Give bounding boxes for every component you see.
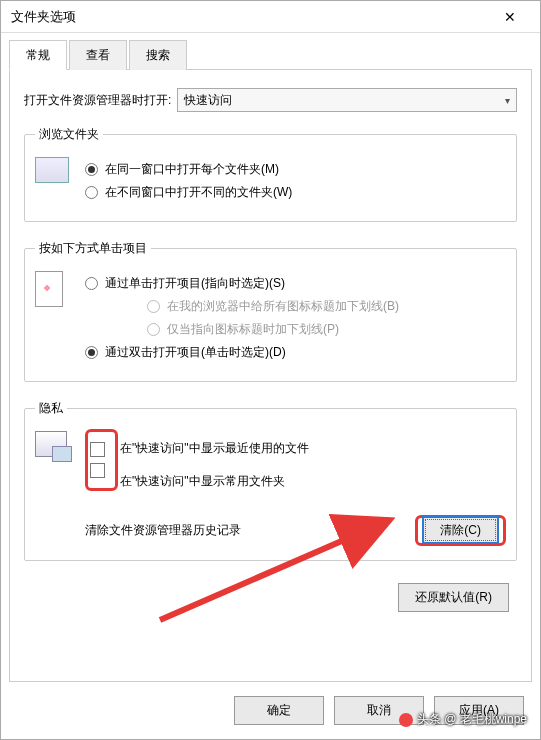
radio-icon xyxy=(85,346,98,359)
checkbox-recent-files[interactable] xyxy=(90,442,105,457)
radio-label: 在同一窗口中打开每个文件夹(M) xyxy=(105,161,279,178)
disk-icon xyxy=(35,429,77,546)
close-button[interactable]: ✕ xyxy=(490,3,530,31)
recent-files-label: 在"快速访问"中显示最近使用的文件 xyxy=(120,440,309,457)
open-with-row: 打开文件资源管理器时打开: 快速访问 ▾ xyxy=(24,88,517,112)
open-with-value: 快速访问 xyxy=(184,92,505,109)
radio-label: 在我的浏览器中给所有图标标题加下划线(B) xyxy=(167,298,399,315)
click-items-group: 按如下方式单击项目 通过单击打开项目(指向时选定)(S) 在我的浏览器中给所有图… xyxy=(24,240,517,382)
privacy-group: 隐私 xyxy=(24,400,517,561)
tab-general[interactable]: 常规 xyxy=(9,40,67,70)
ok-button[interactable]: 确定 xyxy=(234,696,324,725)
click-legend: 按如下方式单击项目 xyxy=(35,240,151,257)
clear-button[interactable]: 清除(C) xyxy=(422,516,499,544)
highlight-box xyxy=(85,429,118,491)
radio-same-window[interactable]: 在同一窗口中打开每个文件夹(M) xyxy=(85,161,506,178)
radio-double-click[interactable]: 通过双击打开项目(单击时选定)(D) xyxy=(85,344,506,361)
radio-icon xyxy=(85,186,98,199)
close-icon: ✕ xyxy=(504,9,516,25)
radio-icon xyxy=(85,163,98,176)
frequent-folders-label: 在"快速访问"中显示常用文件夹 xyxy=(120,473,285,490)
tab-search[interactable]: 搜索 xyxy=(129,40,187,70)
watermark-icon xyxy=(399,713,413,727)
tab-view[interactable]: 查看 xyxy=(69,40,127,70)
tab-strip: 常规 查看 搜索 xyxy=(9,39,532,70)
radio-label: 在不同窗口中打开不同的文件夹(W) xyxy=(105,184,292,201)
radio-underline-point: 仅当指向图标标题时加下划线(P) xyxy=(147,321,506,338)
titlebar: 文件夹选项 ✕ xyxy=(1,1,540,33)
watermark: 头条 @ 老毛桃winpe xyxy=(399,711,527,728)
chevron-down-icon: ▾ xyxy=(505,95,510,106)
radio-underline-all: 在我的浏览器中给所有图标标题加下划线(B) xyxy=(147,298,506,315)
radio-label: 仅当指向图标标题时加下划线(P) xyxy=(167,321,339,338)
browse-legend: 浏览文件夹 xyxy=(35,126,103,143)
tabs-area: 常规 查看 搜索 xyxy=(1,33,540,70)
open-with-combobox[interactable]: 快速访问 ▾ xyxy=(177,88,517,112)
dialog-title: 文件夹选项 xyxy=(11,8,490,26)
radio-icon xyxy=(147,323,160,336)
folder-options-dialog: 文件夹选项 ✕ 常规 查看 搜索 打开文件资源管理器时打开: 快速访问 ▾ 浏览… xyxy=(0,0,541,740)
highlight-box: 清除(C) xyxy=(415,515,506,546)
folder-icon xyxy=(35,155,77,207)
radio-icon xyxy=(85,277,98,290)
restore-defaults-button[interactable]: 还原默认值(R) xyxy=(398,583,509,612)
privacy-legend: 隐私 xyxy=(35,400,67,417)
radio-single-click[interactable]: 通过单击打开项目(指向时选定)(S) xyxy=(85,275,506,292)
clear-history-label: 清除文件资源管理器历史记录 xyxy=(85,522,415,539)
open-with-label: 打开文件资源管理器时打开: xyxy=(24,92,171,109)
radio-label: 通过双击打开项目(单击时选定)(D) xyxy=(105,344,286,361)
checkbox-frequent-folders[interactable] xyxy=(90,463,105,478)
document-icon xyxy=(35,269,77,367)
radio-new-window[interactable]: 在不同窗口中打开不同的文件夹(W) xyxy=(85,184,506,201)
watermark-text: 头条 @ 老毛桃winpe xyxy=(417,711,527,728)
restore-row: 还原默认值(R) xyxy=(24,583,509,612)
radio-label: 通过单击打开项目(指向时选定)(S) xyxy=(105,275,285,292)
radio-icon xyxy=(147,300,160,313)
tab-panel: 打开文件资源管理器时打开: 快速访问 ▾ 浏览文件夹 在同一窗口中打开每个文件夹… xyxy=(9,70,532,682)
browse-folders-group: 浏览文件夹 在同一窗口中打开每个文件夹(M) 在不同窗口中打开不同的文件夹(W) xyxy=(24,126,517,222)
